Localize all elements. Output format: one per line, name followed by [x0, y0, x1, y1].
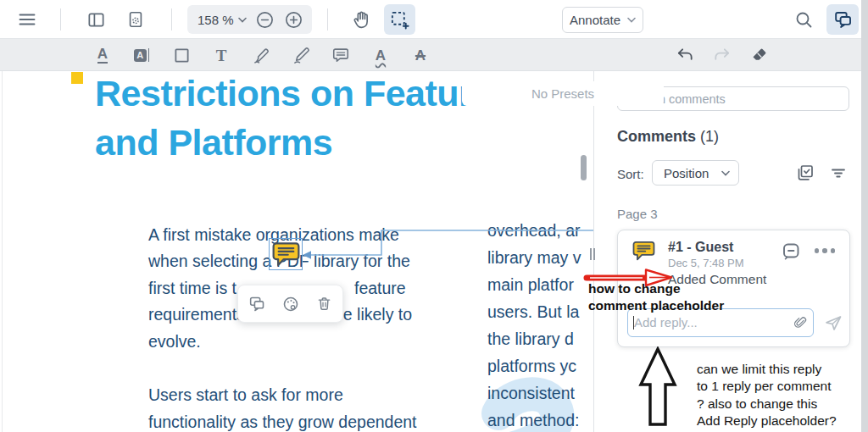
toolbar-divider	[327, 8, 328, 30]
zoom-level-value: 158 %	[198, 13, 234, 27]
doc-text-line: evolve.	[148, 332, 201, 352]
doc-text-line: Users start to ask for more	[148, 385, 343, 405]
zoom-in-icon	[284, 10, 303, 30]
eraser-button[interactable]	[746, 42, 771, 68]
zoom-out-button[interactable]	[252, 7, 279, 32]
zoom-controls: 158 %	[187, 5, 312, 34]
main-toolbar: 158 % Annotate	[0, 0, 868, 39]
sort-value: Position	[664, 166, 709, 180]
heading-bullet-square	[71, 72, 83, 84]
comment-timestamp: Dec 5, 7:48 PM	[668, 257, 744, 269]
undo-button[interactable]	[672, 42, 698, 68]
ink-pen-tool[interactable]	[288, 42, 314, 68]
annotation-popup-toolbar	[237, 285, 343, 323]
chevron-down-icon	[238, 17, 247, 23]
annotate-label: Annotate	[570, 13, 620, 27]
strikeout-tool[interactable]: A	[408, 42, 433, 68]
text-t-icon: T	[216, 47, 227, 64]
doc-text-line: main platfor	[487, 275, 574, 295]
note-annotation-selected[interactable]	[269, 238, 303, 270]
note-annotation-icon	[272, 241, 300, 267]
popup-color-button[interactable]	[281, 295, 300, 313]
comment-icon	[248, 295, 266, 313]
doc-text-line: the library d	[487, 330, 574, 349]
chevron-down-icon	[627, 17, 636, 23]
text-tool[interactable]: T	[209, 42, 234, 68]
hamburger-icon	[17, 9, 37, 30]
presets-label: No Presets	[531, 86, 594, 101]
marquee-select-icon	[389, 9, 410, 30]
doc-text-line: first time is t	[148, 279, 236, 298]
document-scrollbar-thumb[interactable]	[581, 155, 587, 180]
redact-a-icon: A	[134, 48, 150, 62]
squiggly-underline-tool[interactable]: A	[368, 42, 393, 68]
rectangle-icon	[174, 47, 190, 64]
doc-text-line: library may v	[487, 248, 581, 268]
doc-text-line: feature	[354, 279, 406, 298]
sidebar-panel-button[interactable]	[84, 8, 108, 30]
filter-comments-button[interactable]	[826, 161, 850, 185]
doc-text-line: users. But la	[487, 302, 579, 322]
multi-select-comments-button[interactable]	[793, 161, 817, 185]
comment-author: #1 - Guest	[668, 240, 733, 255]
eraser-icon	[749, 46, 769, 65]
search-button[interactable]	[791, 8, 816, 31]
doc-text-line: inconsistent	[487, 384, 575, 403]
collapse-bubble-icon	[780, 241, 802, 261]
note-bubble-icon	[331, 46, 350, 64]
sidebar-resize-handle[interactable]	[590, 248, 598, 262]
toolbar-divider	[171, 8, 172, 30]
comment-overflow-menu-button[interactable]	[810, 239, 840, 263]
highlighter-icon	[252, 46, 271, 65]
trash-icon	[315, 295, 333, 313]
filter-icon	[828, 163, 849, 183]
underline-a-icon: A	[97, 47, 108, 64]
send-reply-button[interactable]	[820, 312, 847, 334]
text-underline-tool[interactable]: A	[90, 42, 115, 68]
ink-highlighter-tool[interactable]	[248, 42, 274, 68]
undo-icon	[676, 46, 695, 65]
sort-label: Sort:	[617, 167, 644, 181]
annotate-mode-dropdown[interactable]: Annotate	[562, 7, 643, 33]
comments-count: (1)	[700, 128, 719, 145]
collapse-comment-button[interactable]	[778, 239, 804, 263]
strikeout-a-icon: A	[415, 48, 426, 63]
main-menu-button[interactable]	[15, 8, 39, 30]
annotation-toolbar: A A T A A No Presets	[0, 39, 868, 71]
presets-bar[interactable]: No Presets	[462, 81, 664, 106]
redo-button[interactable]	[709, 42, 734, 68]
doc-text-line: overhead, ar	[487, 221, 581, 241]
pdf-annotation-app: 158 % Annotate A	[0, 0, 868, 432]
attach-file-button[interactable]	[792, 314, 808, 330]
redo-icon	[712, 46, 732, 65]
window-edge	[2, 71, 3, 432]
split-panel-icon	[86, 10, 106, 30]
palette-icon	[281, 295, 300, 313]
note-tool[interactable]	[328, 42, 353, 68]
doc-text-line: and method:	[487, 411, 579, 430]
window-scrollbar-track[interactable]	[861, 0, 868, 432]
popup-comment-button[interactable]	[248, 295, 266, 313]
ellipsis-icon	[815, 248, 820, 253]
feedback-note-reply-limit: can we limit this reply to 1 reply per c…	[697, 361, 837, 430]
sort-dropdown[interactable]: Position	[652, 160, 739, 186]
select-tool-button[interactable]	[384, 4, 415, 35]
doc-heading-line1: Restrictions on Features	[95, 75, 512, 112]
squiggly-a-icon: A	[376, 48, 386, 63]
zoom-in-button[interactable]	[279, 7, 309, 32]
rectangle-tool[interactable]	[169, 42, 194, 68]
comments-panel-button[interactable]	[826, 4, 859, 35]
comments-title: Comments(1)	[617, 128, 719, 146]
search-icon	[793, 9, 814, 30]
redact-text-tool[interactable]: A	[129, 42, 154, 68]
chevron-down-icon	[721, 170, 730, 176]
doc-text-line: platforms yc	[487, 357, 576, 376]
document-settings-button[interactable]	[124, 8, 147, 30]
pen-icon	[292, 46, 311, 65]
doc-text-line: functionality as they grow dependent	[148, 413, 417, 432]
zoom-out-icon	[255, 10, 275, 30]
pan-tool-button[interactable]	[348, 7, 375, 32]
zoom-level-dropdown[interactable]: 158 %	[187, 5, 252, 34]
document-page: Restrictions on Features and Platforms A…	[0, 71, 594, 432]
popup-delete-button[interactable]	[315, 295, 333, 313]
